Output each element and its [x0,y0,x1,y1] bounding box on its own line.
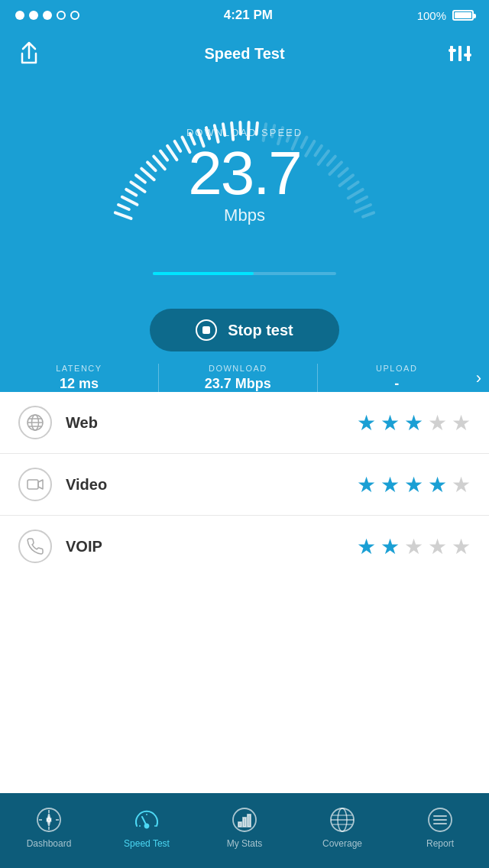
stat-download: DOWNLOAD 23.7 Mbps [158,364,317,392]
header: Speed Test [0,31,489,76]
star-1: ★ [357,472,376,497]
dot-1 [15,11,24,20]
star-1: ★ [357,534,376,559]
svg-line-40 [348,182,358,188]
rating-row-voip: VOIP ★ ★ ★ ★ ★ [0,516,489,577]
svg-line-10 [136,175,145,182]
latency-value: 12 ms [8,376,151,392]
star-3: ★ [404,410,423,436]
signal-dots [15,11,79,20]
svg-line-11 [141,169,154,180]
svg-line-41 [348,189,363,198]
dashboard-icon [35,806,63,834]
svg-marker-59 [47,820,50,826]
svg-line-35 [319,151,329,164]
svg-rect-67 [243,818,246,827]
svg-rect-1 [458,46,461,61]
coverage-label: Coverage [322,838,362,849]
svg-rect-50 [28,480,38,489]
bottom-nav: Dashboard Speed Test My Stats [0,793,489,868]
globe-nav-icon [329,807,355,833]
svg-line-8 [126,189,136,196]
star-3: ★ [404,472,423,497]
svg-marker-58 [47,814,50,820]
svg-line-15 [167,146,176,160]
stats-row-wrapper: LATENCY 12 ms DOWNLOAD 23.7 Mbps UPLOAD … [0,364,489,392]
stats-arrow[interactable]: › [476,368,489,388]
star-2: ★ [381,534,400,559]
svg-rect-4 [464,53,471,57]
settings-button[interactable] [446,40,474,67]
star-5: ★ [452,534,471,559]
share-button[interactable] [15,40,43,67]
star-4: ★ [428,472,447,497]
gauge-area: DOWNLOAD SPEED 23.7 Mbps [0,76,489,290]
stats-row: LATENCY 12 ms DOWNLOAD 23.7 Mbps UPLOAD … [0,364,476,392]
star-1: ★ [357,410,376,436]
svg-line-34 [316,146,322,155]
dot-5 [70,11,79,20]
svg-line-9 [131,182,144,191]
svg-line-33 [306,141,314,156]
video-stars: ★ ★ ★ ★ ★ [357,472,471,497]
rating-row-web: Web ★ ★ ★ ★ ★ [0,392,489,454]
voip-icon [18,530,52,563]
gauge-label: DOWNLOAD SPEED [186,127,303,138]
compass-icon [36,807,62,833]
nav-report[interactable]: Report [391,806,489,849]
speedtest-nav-icon [133,806,160,834]
mystats-icon [231,806,258,834]
svg-line-6 [118,205,129,209]
upload-label: UPLOAD [325,364,468,373]
battery-percentage: 100% [417,9,446,22]
svg-line-5 [115,212,131,219]
gauge-container: DOWNLOAD SPEED 23.7 Mbps [92,92,397,260]
svg-line-7 [122,197,138,205]
battery-icon [452,10,474,21]
nav-mystats[interactable]: My Stats [196,806,293,849]
star-4: ★ [428,410,447,436]
stop-icon [196,319,217,341]
stop-btn-container: Stop test [0,309,489,364]
gauge-value: 23.7 [186,143,303,204]
svg-line-12 [147,162,156,170]
star-5: ★ [452,410,471,436]
download-value: 23.7 Mbps [167,376,309,392]
ratings-section: Web ★ ★ ★ ★ ★ Video ★ ★ ★ ★ [0,392,489,793]
nav-dashboard[interactable]: Dashboard [0,806,98,849]
star-2: ★ [381,410,400,436]
status-bar: 4:21 PM 100% [0,0,489,31]
latency-label: LATENCY [8,364,151,373]
stop-square [202,326,210,334]
speedometer-icon [133,806,160,834]
stop-button[interactable]: Stop test [150,309,339,351]
main-content: DOWNLOAD SPEED 23.7 Mbps Stop test LATEN… [0,76,489,793]
dashboard-label: Dashboard [27,838,72,849]
svg-rect-0 [450,46,453,61]
svg-line-14 [160,151,167,160]
web-label: Web [66,414,357,432]
svg-line-39 [340,175,353,186]
web-stars: ★ ★ ★ ★ ★ [357,410,471,436]
battery-fill [455,12,471,18]
star-4: ★ [428,534,447,559]
nav-speedtest[interactable]: Speed Test [98,806,196,849]
svg-rect-3 [449,49,456,52]
dot-4 [57,11,66,20]
settings-icon [449,43,471,64]
nav-coverage[interactable]: Coverage [293,806,391,849]
mystats-label: My Stats [227,838,263,849]
page-title: Speed Test [43,45,446,63]
svg-line-36 [328,157,335,165]
star-2: ★ [381,472,400,497]
status-time: 4:21 PM [224,8,273,23]
svg-rect-66 [238,822,241,827]
phone-icon [26,537,44,555]
progress-bar-fill [153,272,254,275]
svg-line-44 [363,212,374,216]
svg-point-61 [145,824,149,828]
gauge-center: DOWNLOAD SPEED 23.7 Mbps [186,127,303,225]
web-icon [18,406,52,439]
video-camera-icon [26,475,44,494]
star-3: ★ [404,534,423,559]
